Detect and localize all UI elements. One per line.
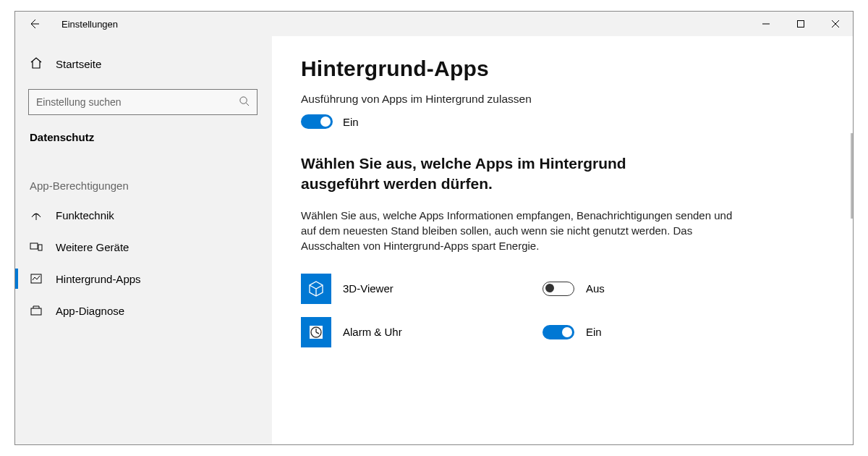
app-toggle-label: Aus (586, 282, 605, 295)
master-toggle-lead: Ausführung von Apps im Hintergrund zulas… (301, 93, 849, 106)
svg-rect-9 (31, 308, 41, 315)
svg-rect-7 (38, 245, 42, 250)
app-name: 3D-Viewer (343, 282, 531, 295)
settings-window: Einstellungen Startseite Einstellung (14, 11, 854, 445)
main-panel: Hintergrund-Apps Ausführung von Apps im … (272, 36, 853, 444)
nav-item-hintergrund-apps[interactable]: Hintergrund-Apps (15, 263, 272, 295)
background-apps-icon (30, 272, 43, 285)
app-row-alarm-uhr: Alarm & Uhr Ein (301, 317, 849, 347)
window-controls (749, 12, 853, 36)
maximize-button[interactable] (783, 12, 818, 36)
group-label: App-Berechtigungen (15, 148, 272, 199)
master-toggle-label: Ein (343, 116, 359, 128)
nav-item-weitere-geraete[interactable]: Weitere Geräte (15, 231, 272, 263)
diagnose-icon (30, 304, 43, 317)
nav-item-label: Funktechnik (56, 209, 114, 221)
sub-heading: Wählen Sie aus, welche Apps im Hintergru… (301, 153, 677, 195)
app-icon-3d-viewer (301, 274, 331, 304)
nav-item-funktechnik[interactable]: Funktechnik (15, 199, 272, 231)
nav-item-app-diagnose[interactable]: App-Diagnose (15, 295, 272, 326)
page-heading: Hintergrund-Apps (301, 56, 849, 81)
category-header: Datenschutz (15, 115, 272, 148)
window-title: Einstellungen (61, 19, 118, 30)
nav-item-label: Hintergrund-Apps (56, 273, 141, 285)
svg-line-5 (246, 103, 249, 106)
svg-rect-6 (30, 243, 38, 249)
nav-home-label: Startseite (56, 58, 101, 70)
search-placeholder: Einstellung suchen (36, 96, 122, 108)
minimize-button[interactable] (749, 12, 783, 36)
svg-point-4 (240, 96, 247, 103)
app-toggle-alarm-uhr[interactable] (542, 325, 574, 339)
sidebar: Startseite Einstellung suchen Datenschut… (15, 36, 272, 444)
app-icon-alarm-uhr (301, 317, 331, 347)
search-input[interactable]: Einstellung suchen (28, 89, 258, 115)
titlebar: Einstellungen (15, 12, 853, 36)
svg-rect-1 (798, 21, 804, 28)
app-name: Alarm & Uhr (343, 326, 531, 338)
nav-item-label: Weitere Geräte (56, 241, 129, 253)
description: Wählen Sie aus, welche Apps Informatione… (301, 208, 735, 253)
nav-home[interactable]: Startseite (15, 52, 272, 76)
search-icon (239, 96, 250, 109)
master-toggle[interactable] (301, 114, 333, 129)
app-toggle-3d-viewer[interactable] (542, 282, 574, 296)
devices-icon (30, 240, 43, 253)
back-button[interactable] (28, 18, 40, 30)
nav-item-label: App-Diagnose (56, 305, 124, 317)
home-icon (30, 56, 43, 72)
close-button[interactable] (818, 12, 853, 36)
app-toggle-label: Ein (586, 326, 602, 338)
scrollbar[interactable] (851, 133, 853, 219)
radio-icon (30, 208, 43, 221)
app-row-3d-viewer: 3D-Viewer Aus (301, 274, 849, 304)
